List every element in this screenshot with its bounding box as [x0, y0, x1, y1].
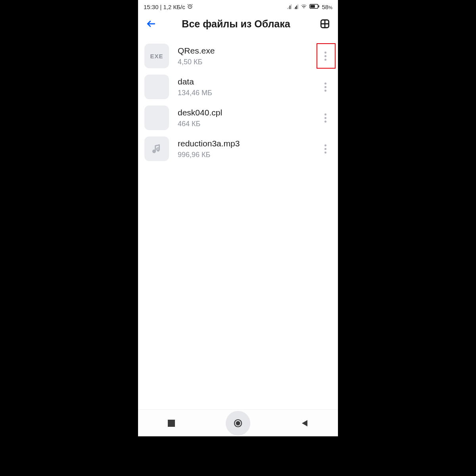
- file-thumb-generic: [144, 106, 169, 130]
- file-list[interactable]: EXE QRes.exe 4,50 КБ data 134,46 МБ: [138, 36, 338, 409]
- back-button[interactable]: [143, 15, 159, 32]
- status-right: 58%: [287, 4, 332, 10]
- file-name: desk040.cpl: [178, 108, 307, 117]
- grid-view-button[interactable]: [317, 15, 333, 32]
- file-size: 134,46 МБ: [178, 89, 307, 97]
- home-circle-icon: [226, 411, 250, 436]
- file-row[interactable]: data 134,46 МБ: [138, 71, 338, 102]
- nav-back-button[interactable]: [281, 413, 328, 434]
- app-bar: Все файлы из Облака: [138, 12, 338, 36]
- file-thumb-generic: [144, 75, 169, 99]
- svg-rect-2: [310, 5, 315, 8]
- more-vertical-icon: [324, 113, 326, 123]
- file-more-button[interactable]: [316, 74, 335, 100]
- file-size: 996,96 КБ: [178, 151, 307, 159]
- file-more-button[interactable]: [316, 136, 335, 161]
- battery-icon: [309, 4, 320, 10]
- file-info: QRes.exe 4,50 КБ: [178, 46, 307, 66]
- svg-point-9: [236, 421, 240, 425]
- file-name: QRes.exe: [178, 46, 307, 56]
- status-separator: |: [160, 4, 162, 10]
- file-thumb-audio: [144, 136, 169, 161]
- page-title: Все файлы из Облака: [163, 18, 309, 30]
- wifi-icon: [301, 4, 307, 10]
- file-thumb-exe: EXE: [144, 44, 169, 68]
- file-row[interactable]: desk040.cpl 464 КБ: [138, 102, 338, 133]
- file-name: reduction3a.mp3: [178, 139, 307, 148]
- file-name: data: [178, 77, 307, 86]
- file-info: data 134,46 МБ: [178, 77, 307, 97]
- file-size: 464 КБ: [178, 120, 307, 128]
- svg-rect-7: [168, 420, 175, 427]
- file-more-button[interactable]: [316, 105, 335, 131]
- status-time: 15:30: [144, 4, 159, 10]
- more-vertical-icon: [324, 52, 326, 61]
- status-bar: 15:30 | 1,2 КБ/с: [138, 0, 338, 12]
- nav-recent-button[interactable]: [148, 413, 195, 434]
- nav-home-button[interactable]: [214, 413, 262, 434]
- status-left: 15:30 | 1,2 КБ/с: [144, 3, 193, 11]
- more-vertical-icon: [324, 83, 326, 92]
- svg-rect-3: [318, 5, 319, 7]
- file-more-button[interactable]: [316, 43, 335, 69]
- system-nav-bar: [138, 409, 338, 436]
- alarm-icon: [187, 3, 193, 11]
- status-net-speed: 1,2 КБ/с: [163, 4, 185, 10]
- music-icon: [152, 144, 162, 154]
- file-size: 4,50 КБ: [178, 58, 307, 66]
- file-row[interactable]: reduction3a.mp3 996,96 КБ: [138, 133, 338, 164]
- file-row[interactable]: EXE QRes.exe 4,50 КБ: [138, 40, 338, 71]
- signal-2-icon: [294, 4, 298, 9]
- phone-frame: 15:30 | 1,2 КБ/с: [138, 0, 338, 436]
- file-info: reduction3a.mp3 996,96 КБ: [178, 139, 307, 159]
- more-vertical-icon: [324, 144, 326, 154]
- battery-percent: 58%: [322, 4, 332, 10]
- file-info: desk040.cpl 464 КБ: [178, 108, 307, 128]
- signal-1-icon: [287, 4, 292, 9]
